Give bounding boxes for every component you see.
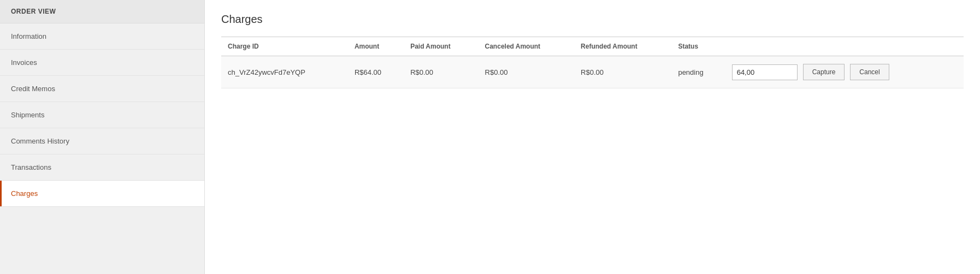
- page-title: Charges: [221, 13, 964, 26]
- cell-amount: R$64.00: [348, 56, 404, 88]
- col-paid-amount: Paid Amount: [404, 37, 478, 56]
- col-actions: [725, 37, 964, 56]
- sidebar-link-invoices[interactable]: Invoices: [0, 50, 204, 75]
- sidebar-nav: Information Invoices Credit Memos Shipme…: [0, 23, 204, 207]
- sidebar-link-comments-history[interactable]: Comments History: [0, 128, 204, 154]
- col-amount: Amount: [348, 37, 404, 56]
- main-content: Charges Charge ID Amount Paid Amount Can…: [205, 0, 980, 274]
- capture-amount-input[interactable]: [732, 64, 798, 80]
- cell-actions: Capture Cancel: [725, 56, 964, 88]
- sidebar-item-credit-memos[interactable]: Credit Memos: [0, 76, 204, 102]
- sidebar-item-comments-history[interactable]: Comments History: [0, 128, 204, 154]
- col-refunded-amount: Refunded Amount: [574, 37, 671, 56]
- col-canceled-amount: Canceled Amount: [479, 37, 575, 56]
- sidebar-item-transactions[interactable]: Transactions: [0, 154, 204, 181]
- cell-charge-id: ch_VrZ42ywcvFd7eYQP: [221, 56, 348, 88]
- capture-button[interactable]: Capture: [803, 64, 845, 80]
- sidebar-link-information[interactable]: Information: [0, 23, 204, 49]
- sidebar-item-shipments[interactable]: Shipments: [0, 102, 204, 128]
- sidebar-item-information[interactable]: Information: [0, 23, 204, 50]
- sidebar-link-credit-memos[interactable]: Credit Memos: [0, 76, 204, 102]
- sidebar-header: ORDER VIEW: [0, 0, 204, 23]
- table-header: Charge ID Amount Paid Amount Canceled Am…: [221, 37, 964, 56]
- col-charge-id: Charge ID: [221, 37, 348, 56]
- cancel-button[interactable]: Cancel: [850, 64, 889, 80]
- cell-status: pending: [671, 56, 725, 88]
- col-status: Status: [671, 37, 725, 56]
- charges-table: Charge ID Amount Paid Amount Canceled Am…: [221, 37, 964, 88]
- sidebar: ORDER VIEW Information Invoices Credit M…: [0, 0, 205, 274]
- cell-paid-amount: R$0.00: [404, 56, 478, 88]
- sidebar-link-charges[interactable]: Charges: [0, 181, 204, 206]
- table-row: ch_VrZ42ywcvFd7eYQP R$64.00 R$0.00 R$0.0…: [221, 56, 964, 88]
- cell-canceled-amount: R$0.00: [479, 56, 575, 88]
- sidebar-link-transactions[interactable]: Transactions: [0, 154, 204, 180]
- cell-refunded-amount: R$0.00: [574, 56, 671, 88]
- sidebar-item-invoices[interactable]: Invoices: [0, 50, 204, 76]
- sidebar-item-charges[interactable]: Charges: [0, 181, 204, 207]
- table-body: ch_VrZ42ywcvFd7eYQP R$64.00 R$0.00 R$0.0…: [221, 56, 964, 88]
- sidebar-link-shipments[interactable]: Shipments: [0, 102, 204, 128]
